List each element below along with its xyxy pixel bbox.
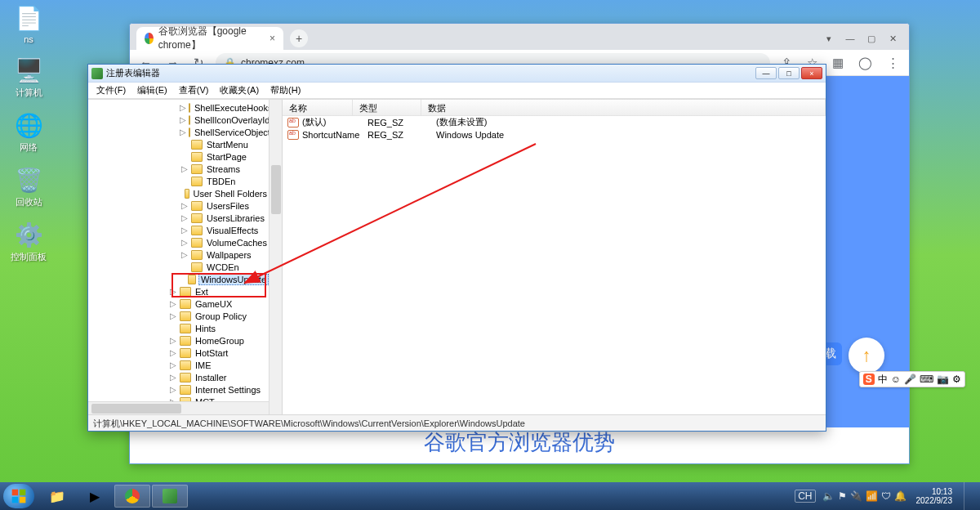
taskbar-mediaplayer-button[interactable]: ▶ — [77, 485, 113, 508]
tree-node[interactable]: User Shell Folders — [88, 187, 269, 199]
regedit-maximize-button[interactable]: □ — [778, 67, 800, 79]
ime-tray-icon[interactable]: ⚙ — [952, 374, 961, 385]
expand-icon[interactable]: ▷ — [180, 250, 189, 259]
tree-node[interactable]: TBDEn — [88, 175, 269, 187]
expand-icon[interactable]: ▷ — [168, 348, 177, 357]
expand-icon[interactable]: ▷ — [168, 385, 177, 394]
taskbar-regedit-button[interactable] — [152, 485, 188, 508]
col-name[interactable]: 名称 — [283, 100, 353, 115]
tree-node[interactable]: ▷Streams — [88, 163, 269, 175]
scroll-top-button[interactable]: ↑ — [849, 338, 884, 374]
tree-node[interactable]: ▷ShellIconOverlayIdentifi — [88, 114, 269, 126]
ime-tray-icon[interactable]: 📷 — [937, 374, 949, 385]
regedit-titlebar[interactable]: 注册表编辑器 — □ × — [88, 65, 826, 83]
expand-icon[interactable]: ▷ — [180, 103, 186, 112]
menu-item[interactable]: 查看(V) — [174, 83, 214, 98]
regedit-minimize-button[interactable]: — — [755, 67, 777, 79]
tree-node[interactable]: StartPage — [88, 150, 269, 163]
chrome-maximize-button[interactable]: ▢ — [862, 30, 881, 47]
expand-icon[interactable]: ▷ — [168, 287, 177, 296]
tree-node[interactable]: ▷ShellServiceObjects — [88, 126, 269, 138]
menu-item[interactable]: 文件(F) — [91, 83, 131, 98]
folder-icon — [180, 287, 191, 297]
expand-icon[interactable]: ▷ — [168, 299, 177, 308]
menu-item[interactable]: 收藏夹(A) — [215, 83, 264, 98]
tree-node[interactable]: ▷ShellExecuteHooks — [88, 101, 269, 114]
browser-tab[interactable]: 谷歌浏览器【google chrome】 × — [136, 27, 283, 50]
expand-icon[interactable]: ▷ — [168, 360, 177, 369]
tree-node[interactable]: WCDEn — [88, 261, 269, 273]
expand-icon[interactable]: ▷ — [180, 238, 189, 247]
tree-node[interactable]: ▷Internet Settings — [88, 383, 269, 396]
tree-node[interactable]: ▷VisualEffects — [88, 224, 269, 236]
scrollbar-thumb[interactable] — [271, 165, 281, 214]
new-tab-button[interactable]: + — [290, 29, 308, 47]
chrome-menu-icon[interactable]: ⋮ — [884, 54, 902, 72]
expand-icon[interactable]: ▷ — [180, 226, 189, 235]
scrollbar-thumb[interactable] — [91, 404, 181, 414]
taskbar-explorer-button[interactable]: 📁 — [39, 485, 75, 508]
ime-indicator[interactable]: CH — [795, 490, 815, 503]
taskbar-clock[interactable]: 10:13 2022/9/23 — [916, 487, 953, 505]
extensions-icon[interactable]: ▦ — [829, 54, 847, 72]
desktop-icon-计算机[interactable]: 🖥️计算机 — [0, 56, 57, 99]
tree-vertical-scrollbar[interactable] — [269, 100, 282, 414]
tree-node[interactable]: ▷VolumeCaches — [88, 236, 269, 248]
ime-tray-icon[interactable]: 🎤 — [904, 374, 916, 385]
tree-node[interactable]: ▷Group Policy — [88, 310, 269, 322]
tray-icon[interactable]: 📶 — [866, 490, 878, 502]
chrome-minimize-button[interactable]: — — [840, 30, 860, 47]
ime-tray-icon[interactable]: ⌨ — [920, 374, 933, 385]
tree-node[interactable]: ▷MCT — [88, 396, 269, 401]
desktop-icon-控制面板[interactable]: ⚙️控制面板 — [0, 220, 57, 263]
ime-floating-bar[interactable]: S 中☺🎤⌨📷⚙ — [859, 371, 965, 387]
profile-avatar-icon[interactable]: ◯ — [855, 54, 875, 72]
tree-node[interactable]: ▷HomeGroup — [88, 334, 269, 347]
expand-icon[interactable]: ▷ — [168, 373, 177, 382]
show-desktop-button[interactable] — [964, 482, 972, 510]
tree-node[interactable]: ▷GameUX — [88, 298, 269, 310]
expand-icon[interactable]: ▷ — [180, 128, 186, 136]
expand-icon[interactable]: ▷ — [168, 336, 177, 345]
desktop-icon-网络[interactable]: 🌐网络 — [0, 110, 57, 154]
expand-icon[interactable]: ▷ — [180, 164, 189, 173]
start-button[interactable] — [3, 484, 34, 508]
col-type[interactable]: 类型 — [353, 100, 421, 115]
menu-item[interactable]: 编辑(E) — [132, 83, 172, 98]
desktop-icon-ns[interactable]: 📄ns — [0, 3, 57, 44]
tree-node[interactable]: ▷UsersLibraries — [88, 212, 269, 224]
values-header: 名称 类型 数据 — [283, 100, 826, 116]
expand-icon[interactable]: ▷ — [168, 311, 177, 320]
tray-icon[interactable]: 🛡 — [881, 490, 891, 502]
sogou-logo-icon[interactable]: S — [863, 374, 875, 385]
expand-icon[interactable]: ▷ — [180, 201, 189, 210]
expand-icon[interactable]: ▷ — [180, 213, 189, 222]
tree-node[interactable]: ▷Installer — [88, 371, 269, 383]
col-data[interactable]: 数据 — [421, 100, 826, 115]
tray-icon[interactable]: 🔔 — [894, 490, 906, 502]
tree-node[interactable]: ▷UsersFiles — [88, 199, 269, 212]
value-row[interactable]: ShortcutNameREG_SZWindows Update — [283, 128, 826, 141]
expand-icon[interactable]: ▷ — [180, 115, 186, 124]
desktop-icon-回收站[interactable]: 🗑️回收站 — [0, 165, 57, 208]
menu-item[interactable]: 帮助(H) — [265, 83, 305, 98]
tab-close-icon[interactable]: × — [270, 33, 275, 44]
tree-node[interactable]: ▷Wallpapers — [88, 248, 269, 261]
tree-node[interactable]: ▷Ext — [88, 285, 269, 298]
ime-tray-icon[interactable]: 中 — [878, 373, 888, 387]
tree-node[interactable]: Hints — [88, 322, 269, 334]
chrome-close-button[interactable]: ✕ — [883, 30, 902, 47]
tree-horizontal-scrollbar[interactable] — [88, 401, 269, 414]
tree-node[interactable]: ▷IME — [88, 359, 269, 371]
chrome-dropdown-icon[interactable]: ▾ — [819, 30, 839, 47]
taskbar-chrome-button[interactable] — [114, 485, 150, 508]
tree-node[interactable]: WindowsUpdate — [88, 273, 269, 285]
tray-icon[interactable]: 🔌 — [850, 490, 862, 502]
tree-node[interactable]: StartMenu — [88, 138, 269, 150]
tray-icon[interactable]: 🔈 — [822, 490, 835, 502]
tray-icon[interactable]: ⚑ — [838, 490, 847, 502]
regedit-close-button[interactable]: × — [801, 67, 822, 79]
value-row[interactable]: (默认)REG_SZ(数值未设置) — [283, 116, 826, 128]
tree-node[interactable]: ▷HotStart — [88, 347, 269, 359]
ime-tray-icon[interactable]: ☺ — [891, 374, 901, 385]
